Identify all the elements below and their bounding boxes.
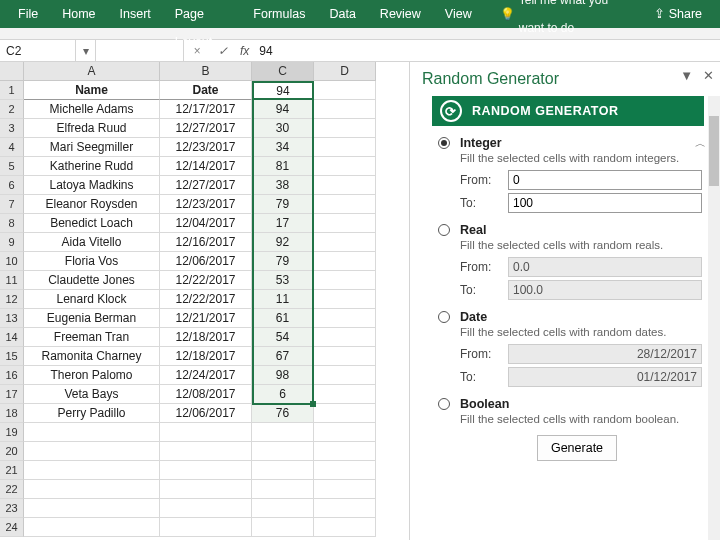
cell-D2[interactable]	[314, 100, 376, 119]
cell-D4[interactable]	[314, 138, 376, 157]
col-header-C[interactable]: C	[252, 62, 314, 81]
cell-C5[interactable]: 81	[252, 157, 314, 176]
row-header-20[interactable]: 20	[0, 442, 24, 461]
cell-D15[interactable]	[314, 347, 376, 366]
cell-B11[interactable]: 12/22/2017	[160, 271, 252, 290]
cell-B23[interactable]	[160, 499, 252, 518]
cell-C23[interactable]	[252, 499, 314, 518]
pane-menu-icon[interactable]: ▼	[680, 68, 693, 83]
generate-button[interactable]: Generate	[537, 435, 617, 461]
cell-A20[interactable]	[24, 442, 160, 461]
tab-page-layout[interactable]: Page Layout	[163, 0, 242, 28]
formula-input[interactable]: 94	[253, 40, 720, 61]
cell-B8[interactable]: 12/04/2017	[160, 214, 252, 233]
row-header-6[interactable]: 6	[0, 176, 24, 195]
cell-B7[interactable]: 12/23/2017	[160, 195, 252, 214]
cell-D7[interactable]	[314, 195, 376, 214]
cell-A6[interactable]: Latoya Madkins	[24, 176, 160, 195]
cell-B17[interactable]: 12/08/2017	[160, 385, 252, 404]
scroll-thumb[interactable]	[709, 116, 719, 186]
cell-B3[interactable]: 12/27/2017	[160, 119, 252, 138]
radio-real[interactable]	[438, 224, 450, 236]
row-header-3[interactable]: 3	[0, 119, 24, 138]
row-header-22[interactable]: 22	[0, 480, 24, 499]
cell-D19[interactable]	[314, 423, 376, 442]
fx-icon[interactable]: fx	[236, 44, 253, 58]
cell-header-name[interactable]: Name	[24, 81, 160, 100]
cell-A22[interactable]	[24, 480, 160, 499]
cell-C21[interactable]	[252, 461, 314, 480]
cell-B10[interactable]: 12/06/2017	[160, 252, 252, 271]
integer-to-input[interactable]	[508, 193, 702, 213]
cell-D9[interactable]	[314, 233, 376, 252]
cell-D14[interactable]	[314, 328, 376, 347]
cell-B6[interactable]: 12/27/2017	[160, 176, 252, 195]
cell-B20[interactable]	[160, 442, 252, 461]
pane-close-icon[interactable]: ✕	[703, 68, 714, 83]
cell-B19[interactable]	[160, 423, 252, 442]
tab-insert[interactable]: Insert	[108, 0, 163, 28]
fill-handle[interactable]	[310, 401, 316, 407]
cell-A9[interactable]: Aida Vitello	[24, 233, 160, 252]
cell-C12[interactable]: 11	[252, 290, 314, 309]
radio-integer[interactable]	[438, 137, 450, 149]
name-box-dropdown[interactable]: ▾	[76, 40, 96, 61]
cell-A12[interactable]: Lenard Klock	[24, 290, 160, 309]
tab-review[interactable]: Review	[368, 0, 433, 28]
cell-D1[interactable]	[314, 81, 376, 100]
accept-formula-icon[interactable]: ✓	[210, 44, 236, 58]
tab-file[interactable]: File	[6, 0, 50, 28]
cell-C7[interactable]: 79	[252, 195, 314, 214]
cell-B13[interactable]: 12/21/2017	[160, 309, 252, 328]
cell-C22[interactable]	[252, 480, 314, 499]
cell-A11[interactable]: Claudette Jones	[24, 271, 160, 290]
row-header-10[interactable]: 10	[0, 252, 24, 271]
cell-C24[interactable]	[252, 518, 314, 537]
row-header-2[interactable]: 2	[0, 100, 24, 119]
cell-B2[interactable]: 12/17/2017	[160, 100, 252, 119]
cell-A13[interactable]: Eugenia Berman	[24, 309, 160, 328]
cell-C16[interactable]: 98	[252, 366, 314, 385]
row-header-21[interactable]: 21	[0, 461, 24, 480]
cell-B24[interactable]	[160, 518, 252, 537]
radio-boolean[interactable]	[438, 398, 450, 410]
cell-C10[interactable]: 79	[252, 252, 314, 271]
cell-A10[interactable]: Floria Vos	[24, 252, 160, 271]
tab-home[interactable]: Home	[50, 0, 107, 28]
cell-A17[interactable]: Veta Bays	[24, 385, 160, 404]
real-to-input[interactable]	[508, 280, 702, 300]
row-header-11[interactable]: 11	[0, 271, 24, 290]
cell-A4[interactable]: Mari Seegmiller	[24, 138, 160, 157]
cell-D8[interactable]	[314, 214, 376, 233]
row-header-13[interactable]: 13	[0, 309, 24, 328]
row-header-9[interactable]: 9	[0, 233, 24, 252]
cell-C4[interactable]: 34	[252, 138, 314, 157]
cell-D20[interactable]	[314, 442, 376, 461]
cell-B22[interactable]	[160, 480, 252, 499]
cell-A23[interactable]	[24, 499, 160, 518]
row-header-1[interactable]: 1	[0, 81, 24, 100]
tab-data[interactable]: Data	[317, 0, 367, 28]
cell-C19[interactable]	[252, 423, 314, 442]
cell-B21[interactable]	[160, 461, 252, 480]
cell-C14[interactable]: 54	[252, 328, 314, 347]
cell-A5[interactable]: Katherine Rudd	[24, 157, 160, 176]
worksheet[interactable]: ABCD1NameDateScore2Michelle Adams12/17/2…	[0, 62, 410, 540]
row-header-4[interactable]: 4	[0, 138, 24, 157]
cell-D5[interactable]	[314, 157, 376, 176]
cell-A2[interactable]: Michelle Adams	[24, 100, 160, 119]
select-all-corner[interactable]	[0, 62, 24, 81]
pane-scrollbar[interactable]	[708, 96, 720, 540]
cell-B16[interactable]: 12/24/2017	[160, 366, 252, 385]
cell-C13[interactable]: 61	[252, 309, 314, 328]
cell-B5[interactable]: 12/14/2017	[160, 157, 252, 176]
tab-formulas[interactable]: Formulas	[241, 0, 317, 28]
cell-A14[interactable]: Freeman Tran	[24, 328, 160, 347]
date-to-input[interactable]	[508, 367, 702, 387]
cell-A3[interactable]: Elfreda Ruud	[24, 119, 160, 138]
cell-A21[interactable]	[24, 461, 160, 480]
cell-D22[interactable]	[314, 480, 376, 499]
row-header-16[interactable]: 16	[0, 366, 24, 385]
share-button[interactable]: ⇪ Share	[642, 0, 714, 28]
cell-A24[interactable]	[24, 518, 160, 537]
